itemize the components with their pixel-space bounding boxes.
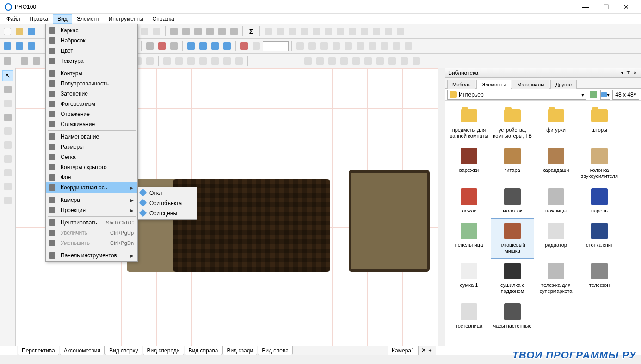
tb2-dim-6[interactable] (367, 41, 378, 52)
tb1c-btn-10[interactable] (383, 26, 394, 37)
tb1b-btn-0[interactable] (168, 26, 179, 37)
lib-item-21[interactable]: часы настенные (491, 299, 534, 334)
tb2-cube-1[interactable] (14, 41, 25, 52)
tool-3[interactable] (2, 98, 13, 109)
view-menu-Увеличить[interactable]: УвеличитьCtrl+PgUp (46, 228, 137, 238)
lib-item-14[interactable]: радиатор (534, 218, 578, 253)
tb1b-btn-1[interactable] (180, 26, 191, 37)
zoom-icon[interactable] (251, 41, 262, 52)
tb1b-btn-4[interactable] (216, 26, 228, 37)
tb2-axis-3[interactable] (222, 41, 233, 52)
tb2-dim-3[interactable] (331, 41, 342, 52)
view-menu-Затенение[interactable]: Затенение (46, 89, 137, 99)
view-menu-Фотореализм[interactable]: Фотореализм (46, 99, 137, 109)
menu-Справка[interactable]: Справка (148, 14, 179, 24)
tb3c-btn-9[interactable] (411, 55, 422, 67)
grid-snap-button[interactable] (2, 55, 13, 67)
lib-tab-Другое[interactable]: Другое (550, 80, 577, 89)
tb1b-btn-5[interactable] (228, 26, 240, 37)
lib-item-6[interactable]: карандаши (534, 144, 578, 178)
view-menu-Наименование[interactable]: Наименование (46, 132, 137, 142)
lib-item-8[interactable]: лежак (447, 184, 491, 219)
tb3c-btn-7[interactable] (387, 55, 398, 67)
lib-item-0[interactable]: предметы для ванной комнаты (447, 103, 491, 144)
tb1c-btn-5[interactable] (323, 26, 334, 37)
tb3b-btn-6[interactable] (234, 55, 245, 67)
tb3c-btn-2[interactable] (327, 55, 338, 67)
tb1c-btn-6[interactable] (335, 26, 346, 37)
pointer-tool[interactable]: ↖ (2, 70, 13, 81)
cursor-button[interactable] (31, 55, 42, 67)
view-menu-Уменьшить[interactable]: УменьшитьCtrl+PgDn (46, 238, 137, 248)
lib-tab-Элементы[interactable]: Элементы (476, 80, 511, 89)
view-tab-Аксонометрия[interactable]: Аксонометрия (60, 346, 105, 355)
target-icon[interactable] (239, 41, 250, 52)
view-tab-Перспектива[interactable]: Перспектива (18, 346, 59, 355)
tb3b-btn-4[interactable] (210, 55, 221, 67)
sigma-button[interactable]: Σ (246, 26, 257, 37)
eye-icon[interactable] (168, 41, 179, 52)
tb2-dim-7[interactable] (379, 41, 390, 52)
eyedropper-tool[interactable] (2, 112, 13, 123)
thumb-size-combo[interactable]: 48 x 48 ▾ (612, 90, 639, 100)
tb1b-btn-3[interactable] (204, 26, 216, 37)
tool-8[interactable] (2, 167, 13, 178)
lib-item-11[interactable]: парень (578, 184, 621, 219)
lib-item-12[interactable]: пепельница (447, 218, 491, 253)
view-menu-Контуры[interactable]: Контуры (46, 68, 137, 79)
lib-item-9[interactable]: молоток (491, 184, 534, 219)
axis-Оси сцены[interactable]: Оси сцены (138, 208, 197, 218)
lib-item-16[interactable]: сумка 1 (447, 259, 491, 293)
menu-Вид[interactable]: Вид (53, 14, 72, 24)
tb2-dim-4[interactable] (343, 41, 354, 52)
menu-Файл[interactable]: Файл (2, 14, 25, 24)
move-button[interactable] (19, 55, 30, 67)
panel-close-icon[interactable]: ✕ (632, 70, 638, 75)
tb3c-btn-1[interactable] (314, 55, 326, 67)
view-tab-Вид спереди[interactable]: Вид спереди (143, 346, 184, 355)
panel-menu-icon[interactable]: ▾ (620, 70, 625, 75)
zoom-combo[interactable] (263, 41, 289, 51)
tb1c-btn-9[interactable] (371, 26, 382, 37)
tb2-dim-0[interactable] (295, 41, 306, 52)
menu-Правка[interactable]: Правка (25, 14, 53, 24)
view-menu-Текстура[interactable]: Текстура (46, 56, 137, 66)
tb2-dim-8[interactable] (391, 41, 402, 52)
tb2-cube-2[interactable] (26, 41, 37, 52)
tb3-btn-8[interactable] (144, 55, 155, 67)
canvas-vscrollbar[interactable] (438, 68, 445, 346)
view-tab-Вид справа[interactable]: Вид справа (185, 346, 222, 355)
tb1c-btn-0[interactable] (263, 26, 274, 37)
tool-2[interactable] (2, 84, 13, 95)
view-menu-Панель инструментов[interactable]: Панель инструментов▶ (46, 250, 137, 261)
tool-5[interactable] (2, 126, 13, 137)
tb2-dim-1[interactable] (307, 41, 318, 52)
new-file-button[interactable] (2, 26, 13, 37)
menu-Инструменты[interactable]: Инструменты (104, 14, 148, 24)
axis-Оси объекта[interactable]: Оси объекта (138, 198, 197, 208)
lib-item-4[interactable]: варежки (447, 144, 491, 178)
view-menu-Отражение[interactable]: Отражение (46, 109, 137, 119)
panel-pin-icon[interactable]: ⊤ (625, 70, 632, 75)
tb2-dim-2[interactable] (319, 41, 330, 52)
tb2-dim-9[interactable] (403, 41, 414, 52)
tool-10[interactable] (2, 195, 13, 206)
view-menu-Центрировать[interactable]: ЦентрироватьShift+Ctrl+C (46, 218, 137, 228)
tb1c-btn-3[interactable] (299, 26, 310, 37)
tb2-cube-0[interactable] (2, 41, 13, 52)
view-menu-Каркас[interactable]: Каркас (46, 25, 137, 36)
tb1c-btn-7[interactable] (347, 26, 358, 37)
tb1b-btn-2[interactable] (192, 26, 203, 37)
view-menu-Проекция[interactable]: Проекция▶ (46, 205, 137, 215)
folder-up-button[interactable] (588, 90, 598, 100)
scene-armchair-right[interactable] (349, 170, 430, 272)
view-mode-button[interactable]: ▾ (600, 90, 610, 100)
tb1c-btn-1[interactable] (275, 26, 286, 37)
lib-item-20[interactable]: тостерница (447, 299, 491, 334)
lib-item-19[interactable]: телефон (578, 259, 621, 293)
tb1c-btn-4[interactable] (311, 26, 322, 37)
minimize-button[interactable]: — (575, 0, 596, 13)
tb3b-btn-0[interactable] (161, 55, 173, 67)
lib-tab-Материалы[interactable]: Материалы (512, 80, 549, 89)
save-file-button[interactable] (26, 26, 37, 37)
